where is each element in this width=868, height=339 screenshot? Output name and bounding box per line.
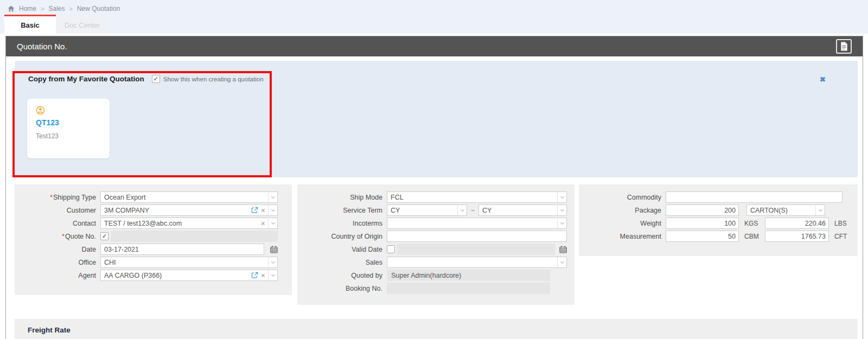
incoterms-select[interactable] bbox=[387, 218, 567, 229]
field-label: Agent bbox=[15, 272, 96, 279]
customer-value: 3M COMPANY bbox=[104, 207, 248, 214]
weight-lbs-input[interactable]: 220.46 bbox=[765, 218, 829, 229]
favorite-quote-number[interactable]: QT123 bbox=[36, 118, 101, 127]
chevron-down-icon[interactable] bbox=[557, 218, 566, 228]
breadcrumb-home[interactable]: Home bbox=[19, 5, 36, 12]
field-label: Valid Date bbox=[297, 246, 382, 253]
field-quote-no: *Quote No. ✓ bbox=[15, 231, 292, 242]
sales-select[interactable] bbox=[387, 257, 567, 268]
field-label: Contact bbox=[15, 220, 96, 227]
page-title: Quotation No. bbox=[17, 42, 67, 51]
favorite-quote-description: Test123 bbox=[36, 132, 101, 140]
field-label: Sales bbox=[297, 259, 382, 266]
field-label: Customer bbox=[15, 207, 96, 214]
field-service-term: Service Term CY ~ CY bbox=[297, 204, 575, 216]
new-document-button[interactable] bbox=[836, 39, 852, 54]
field-ship-mode: Ship Mode FCL bbox=[297, 191, 575, 203]
user-avatar-icon bbox=[36, 106, 101, 115]
office-value: CHI bbox=[104, 259, 268, 266]
ship-mode-value: FCL bbox=[391, 194, 557, 201]
field-date: Date 03-17-2021 bbox=[15, 244, 292, 255]
date-input[interactable]: 03-17-2021 bbox=[100, 244, 264, 255]
external-link-icon[interactable] bbox=[251, 207, 258, 214]
package-qty-input[interactable]: 200 bbox=[666, 204, 739, 216]
ship-mode-select[interactable]: FCL bbox=[387, 191, 567, 203]
agent-select[interactable]: AA CARGO (P366) × bbox=[100, 270, 278, 281]
quote-no-auto-checkbox[interactable]: ✓ bbox=[100, 232, 108, 240]
field-label: Date bbox=[15, 246, 96, 253]
tab-doc-center[interactable]: Doc Center bbox=[56, 16, 108, 34]
contact-select[interactable]: TEST / test123@abc.com × bbox=[100, 218, 278, 229]
field-quoted-by: Quoted by Super Admin(hardcore) bbox=[297, 270, 575, 281]
show-on-create-label: Show this when creating a quotation bbox=[163, 76, 264, 82]
package-unit-select[interactable]: CARTON(S) bbox=[746, 204, 825, 216]
field-label: Package bbox=[579, 207, 661, 214]
calendar-icon[interactable] bbox=[559, 246, 567, 253]
field-label: Country of Origin bbox=[297, 233, 382, 240]
chevron-down-icon[interactable] bbox=[457, 205, 467, 215]
freight-rate-section: Freight Rate bbox=[15, 319, 858, 339]
weight-kgs-input[interactable]: 100 bbox=[666, 218, 739, 229]
field-office: Office CHI bbox=[15, 257, 292, 268]
favorite-quotation-panel: Copy from My Favorite Quotation ✓ Show t… bbox=[15, 61, 858, 177]
field-measurement: Measurement 50 CBM 1765.73 CFT bbox=[579, 231, 858, 242]
measurement-cbm-value: 50 bbox=[669, 233, 738, 240]
measurement-cbm-unit: CBM bbox=[744, 233, 760, 240]
customer-select[interactable]: 3M COMPANY × bbox=[100, 204, 278, 216]
calendar-icon[interactable] bbox=[270, 246, 278, 253]
tilde-separator: ~ bbox=[471, 207, 475, 214]
field-label: Booking No. bbox=[297, 285, 382, 292]
field-commodity: Commodity bbox=[579, 191, 858, 203]
clear-x-icon[interactable]: × bbox=[261, 272, 265, 279]
agent-value: AA CARGO (P366) bbox=[104, 272, 248, 279]
field-customer: Customer 3M COMPANY × bbox=[15, 204, 292, 216]
close-icon[interactable]: ✖ bbox=[820, 75, 826, 84]
commodity-input[interactable] bbox=[666, 191, 843, 203]
field-label: Commodity bbox=[579, 194, 661, 201]
chevron-down-icon[interactable] bbox=[268, 270, 277, 280]
valid-date-field bbox=[397, 244, 555, 255]
chevron-down-icon[interactable] bbox=[268, 218, 277, 228]
measurement-cbm-input[interactable]: 50 bbox=[666, 231, 739, 242]
form-content: Copy from My Favorite Quotation ✓ Show t… bbox=[6, 56, 863, 339]
tab-basic[interactable]: Basic bbox=[4, 15, 56, 34]
clear-x-icon[interactable]: × bbox=[261, 220, 265, 227]
valid-date-checkbox[interactable] bbox=[387, 245, 395, 253]
chevron-down-icon[interactable] bbox=[815, 205, 825, 215]
field-shipping-type: *Shipping Type Ocean Export bbox=[15, 191, 292, 203]
shipping-type-select[interactable]: Ocean Export bbox=[100, 191, 278, 203]
breadcrumb-sales[interactable]: Sales bbox=[48, 5, 65, 12]
chevron-down-icon[interactable] bbox=[557, 192, 566, 202]
external-link-icon[interactable] bbox=[251, 272, 258, 279]
service-term-from-select[interactable]: CY bbox=[387, 204, 467, 216]
field-label: Quote No. bbox=[65, 233, 96, 240]
clear-x-icon[interactable]: × bbox=[261, 207, 265, 214]
field-valid-date: Valid Date bbox=[297, 244, 575, 255]
show-on-create-checkbox[interactable]: ✓ bbox=[152, 75, 160, 83]
breadcrumb-separator: > bbox=[69, 5, 72, 12]
service-term-to-value: CY bbox=[482, 207, 557, 214]
office-select[interactable]: CHI bbox=[100, 257, 278, 268]
favorite-quotation-card[interactable]: QT123 Test123 bbox=[27, 99, 110, 158]
field-label: Shipping Type bbox=[53, 194, 96, 201]
service-term-to-select[interactable]: CY bbox=[478, 204, 567, 216]
chevron-down-icon[interactable] bbox=[268, 192, 277, 202]
weight-kgs-unit: KGS bbox=[744, 220, 760, 227]
field-booking-no: Booking No. bbox=[297, 283, 575, 294]
tab-bar: Basic Doc Center bbox=[4, 15, 108, 34]
field-country-of-origin: Country of Origin bbox=[297, 231, 575, 242]
field-package: Package 200 CARTON(S) bbox=[579, 204, 858, 216]
chevron-down-icon[interactable] bbox=[557, 205, 566, 215]
chevron-down-icon[interactable] bbox=[268, 257, 277, 267]
breadcrumb-separator: > bbox=[41, 5, 44, 12]
measurement-cft-input[interactable]: 1765.73 bbox=[765, 231, 829, 242]
document-icon bbox=[840, 42, 848, 51]
chevron-down-icon[interactable] bbox=[557, 257, 566, 267]
booking-no-field bbox=[387, 283, 550, 294]
country-of-origin-input[interactable] bbox=[387, 231, 567, 242]
field-label: Measurement bbox=[579, 233, 661, 240]
field-label: Ship Mode bbox=[297, 194, 382, 201]
chevron-down-icon[interactable] bbox=[268, 205, 277, 215]
package-unit-value: CARTON(S) bbox=[750, 207, 815, 214]
shipping-type-value: Ocean Export bbox=[104, 194, 268, 201]
